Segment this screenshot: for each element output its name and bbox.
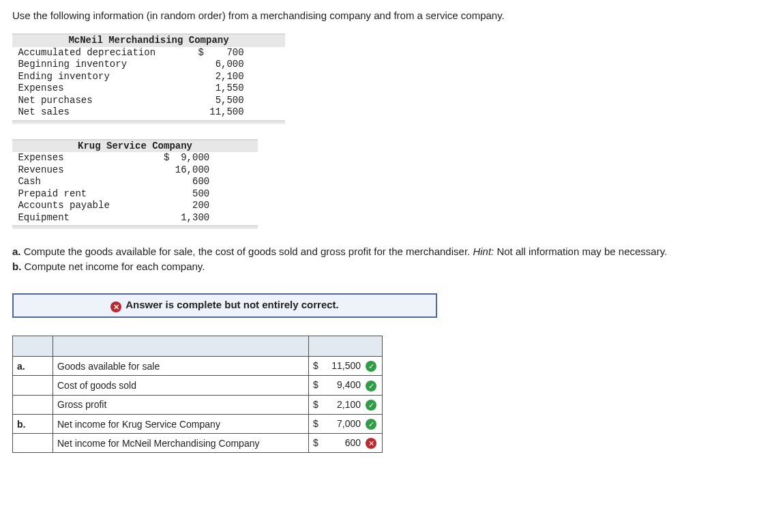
row-value: 1,550 bbox=[183, 83, 248, 95]
row-label: Prepaid rent bbox=[12, 188, 148, 201]
mcneil-title: McNeil Merchandising Company bbox=[12, 35, 285, 47]
currency-symbol: $ bbox=[313, 437, 318, 448]
data-row: Accumulated depreciation $ 700 bbox=[12, 47, 248, 59]
row-value: $ 700 bbox=[183, 47, 248, 59]
answer-header-row bbox=[13, 336, 383, 357]
answer-row: Cost of goods sold$9,400 ✓ bbox=[13, 376, 383, 395]
question-block: a. Compute the goods available for sale,… bbox=[12, 244, 745, 274]
answer-letter bbox=[13, 376, 53, 395]
data-row: Expenses 1,550 bbox=[12, 83, 248, 95]
cross-icon: ✕ bbox=[366, 438, 376, 449]
row-value: $ 9,000 bbox=[148, 152, 213, 164]
data-row: Accounts payable 200 bbox=[12, 200, 213, 212]
row-label: Accounts payable bbox=[12, 200, 148, 212]
row-value: 2,100 bbox=[183, 71, 248, 83]
row-value: 500 bbox=[148, 188, 213, 201]
answer-value: 11,500 bbox=[331, 360, 363, 371]
row-value: 600 bbox=[148, 176, 213, 188]
answer-value-cell[interactable]: $9,400 ✓ bbox=[309, 376, 383, 395]
row-value: 5,500 bbox=[183, 95, 248, 107]
answer-letter bbox=[13, 395, 53, 414]
answer-letter bbox=[13, 434, 53, 453]
data-row: Beginning inventory 6,000 bbox=[12, 59, 248, 71]
check-icon: ✓ bbox=[366, 419, 376, 430]
currency-symbol: $ bbox=[313, 418, 318, 429]
answer-value-cell[interactable]: $11,500 ✓ bbox=[309, 357, 383, 376]
answer-desc: Net income for Krug Service Company bbox=[53, 414, 309, 433]
cross-icon: ✕ bbox=[110, 301, 121, 312]
answer-value-cell[interactable]: $2,100 ✓ bbox=[309, 395, 383, 414]
question-a-text: Compute the goods available for sale, th… bbox=[21, 246, 473, 257]
row-label: Expenses bbox=[12, 152, 148, 164]
row-value: 1,300 bbox=[148, 212, 213, 224]
answer-row: Net income for McNeil Merchandising Comp… bbox=[13, 434, 383, 453]
feedback-banner: ✕Answer is complete but not entirely cor… bbox=[12, 293, 437, 319]
krug-title: Krug Service Company bbox=[12, 141, 258, 153]
intro-text: Use the following information (in random… bbox=[12, 10, 745, 21]
data-row: Net purchases 5,500 bbox=[12, 95, 248, 107]
currency-symbol: $ bbox=[313, 360, 318, 371]
answer-desc: Goods available for sale bbox=[53, 357, 309, 376]
row-label: Net sales bbox=[12, 106, 183, 119]
row-label: Expenses bbox=[12, 83, 183, 95]
answer-table: a.Goods available for sale$11,500 ✓Cost … bbox=[12, 336, 383, 453]
answer-row: a.Goods available for sale$11,500 ✓ bbox=[13, 357, 383, 376]
data-row: Prepaid rent 500 bbox=[12, 188, 213, 201]
row-label: Ending inventory bbox=[12, 71, 183, 83]
krug-table: Krug Service Company Expenses $ 9,000 Re… bbox=[12, 139, 258, 230]
data-row: Expenses $ 9,000 bbox=[12, 152, 213, 164]
row-value: 6,000 bbox=[183, 59, 248, 71]
row-value: 11,500 bbox=[183, 106, 248, 119]
row-label: Accumulated depreciation bbox=[12, 47, 183, 59]
answer-letter: a. bbox=[13, 357, 53, 376]
data-row: Equipment 1,300 bbox=[12, 212, 213, 224]
answer-value-cell[interactable]: $600 ✕ bbox=[309, 434, 383, 453]
row-value: 200 bbox=[148, 200, 213, 212]
answer-desc: Net income for McNeil Merchandising Comp… bbox=[53, 434, 309, 453]
row-label: Beginning inventory bbox=[12, 59, 183, 71]
answer-value-cell[interactable]: $7,000 ✓ bbox=[309, 414, 383, 433]
hint-label: Hint: bbox=[473, 246, 494, 257]
feedback-text: Answer is complete but not entirely corr… bbox=[125, 299, 339, 310]
check-icon: ✓ bbox=[366, 361, 376, 372]
answer-desc: Gross profit bbox=[53, 395, 309, 414]
answer-value: 600 bbox=[345, 437, 363, 448]
question-b-text: Compute net income for each company. bbox=[21, 261, 205, 272]
mcneil-table: McNeil Merchandising Company Accumulated… bbox=[12, 33, 285, 124]
row-label: Equipment bbox=[12, 212, 148, 224]
answer-row: Gross profit$2,100 ✓ bbox=[13, 395, 383, 414]
data-row: Cash 600 bbox=[12, 176, 213, 188]
row-label: Net purchases bbox=[12, 95, 183, 107]
answer-row: b.Net income for Krug Service Company$7,… bbox=[13, 414, 383, 433]
check-icon: ✓ bbox=[366, 400, 376, 411]
answer-value: 9,400 bbox=[337, 379, 363, 390]
answer-value: 7,000 bbox=[337, 418, 363, 429]
answer-desc: Cost of goods sold bbox=[53, 376, 309, 395]
check-icon: ✓ bbox=[366, 381, 376, 391]
hint-text: Not all information may be necessary. bbox=[494, 246, 667, 257]
data-row: Revenues 16,000 bbox=[12, 164, 213, 177]
row-value: 16,000 bbox=[148, 164, 213, 177]
question-a-letter: a. bbox=[12, 246, 21, 257]
currency-symbol: $ bbox=[313, 399, 318, 410]
currency-symbol: $ bbox=[313, 379, 318, 390]
question-b-letter: b. bbox=[12, 261, 21, 272]
data-row: Net sales 11,500 bbox=[12, 106, 248, 119]
data-row: Ending inventory 2,100 bbox=[12, 71, 248, 83]
answer-letter: b. bbox=[13, 414, 53, 433]
answer-value: 2,100 bbox=[337, 399, 363, 410]
row-label: Cash bbox=[12, 176, 148, 188]
row-label: Revenues bbox=[12, 164, 148, 177]
